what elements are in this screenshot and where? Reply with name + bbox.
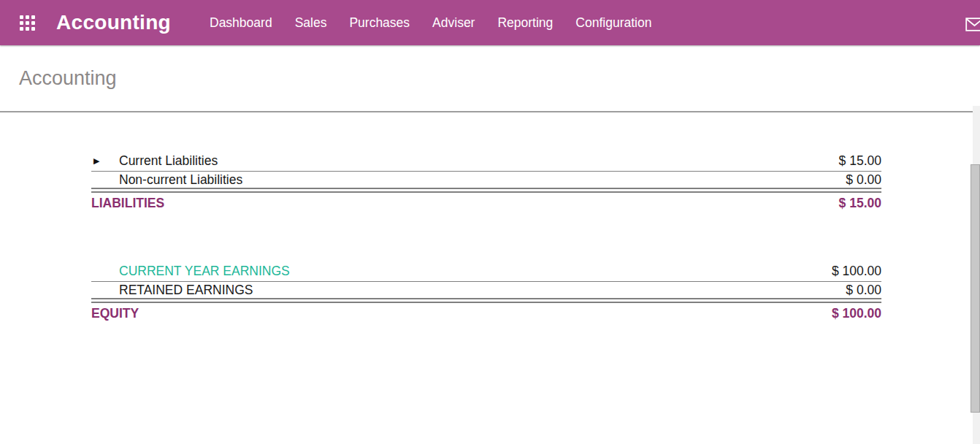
equity-section: CURRENT YEAR EARNINGS $ 100.00 RETAINED … (91, 261, 881, 324)
line-amount: $ 100.00 (832, 264, 881, 279)
total-amount: $ 100.00 (832, 306, 881, 321)
report-line-current-liabilities[interactable]: ▶ Current Liabilities $ 15.00 (91, 150, 881, 172)
report-line-non-current-liabilities[interactable]: Non-current Liabilities $ 0.00 (91, 172, 881, 193)
apps-grid-icon (20, 15, 35, 31)
line-label: Non-current Liabilities (91, 172, 242, 188)
top-navbar: Accounting Dashboard Sales Purchases Adv… (0, 0, 980, 45)
line-label: CURRENT YEAR EARNINGS (91, 264, 290, 279)
menu-item-adviser[interactable]: Adviser (432, 15, 475, 31)
line-amount: $ 15.00 (839, 153, 881, 169)
line-label: Current Liabilities (91, 153, 218, 169)
report-content: ▶ Current Liabilities $ 15.00 Non-curren… (0, 150, 980, 324)
menu-item-purchases[interactable]: Purchases (349, 15, 410, 31)
caret-right-icon[interactable]: ▶ (93, 157, 99, 165)
menu-item-dashboard[interactable]: Dashboard (210, 15, 272, 31)
scrollbar-thumb[interactable] (971, 164, 980, 413)
section-gap (91, 213, 881, 261)
app-name[interactable]: Accounting (56, 11, 171, 34)
scrollbar-track[interactable] (973, 106, 980, 444)
total-amount: $ 15.00 (839, 196, 881, 211)
line-amount: $ 0.00 (846, 283, 881, 298)
apps-menu-button[interactable] (20, 15, 35, 31)
total-label: EQUITY (91, 306, 139, 321)
liabilities-section: ▶ Current Liabilities $ 15.00 Non-curren… (91, 150, 881, 213)
main-menu: Dashboard Sales Purchases Adviser Report… (210, 15, 651, 31)
line-amount: $ 0.00 (846, 172, 881, 188)
breadcrumb-bar: Accounting (0, 45, 980, 112)
menu-item-reporting[interactable]: Reporting (497, 15, 553, 31)
report-line-current-year-earnings[interactable]: CURRENT YEAR EARNINGS $ 100.00 (91, 261, 881, 282)
report-line-retained-earnings[interactable]: RETAINED EARNINGS $ 0.00 (91, 282, 881, 303)
total-label: LIABILITIES (91, 196, 164, 211)
breadcrumb-title: Accounting (19, 67, 117, 90)
report-total-liabilities: LIABILITIES $ 15.00 (91, 193, 881, 213)
report-total-equity: EQUITY $ 100.00 (91, 303, 881, 324)
line-label: RETAINED EARNINGS (91, 283, 253, 298)
menu-item-sales[interactable]: Sales (295, 15, 327, 31)
balance-sheet-table: ▶ Current Liabilities $ 15.00 Non-curren… (91, 150, 881, 324)
menu-item-configuration[interactable]: Configuration (575, 15, 651, 31)
messages-envelope-icon[interactable] (965, 18, 980, 31)
